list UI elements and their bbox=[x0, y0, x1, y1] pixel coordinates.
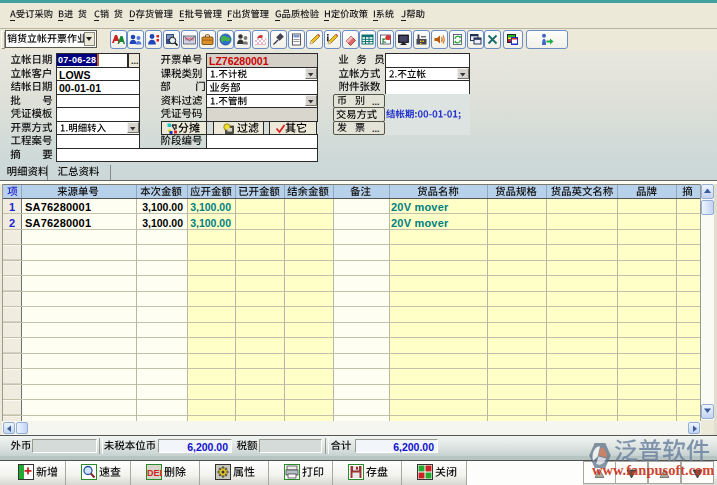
svg-text:DEL: DEL bbox=[147, 468, 162, 478]
